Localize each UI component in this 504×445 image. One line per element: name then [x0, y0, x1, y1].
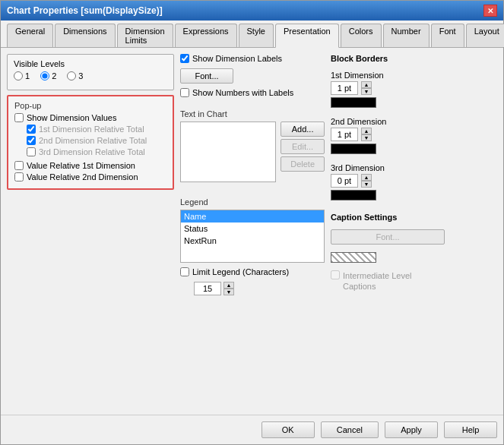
delete-button[interactable]: Delete	[281, 156, 325, 172]
dim1-down[interactable]: ▼	[361, 88, 372, 95]
dim3-spinner: ▲ ▼	[361, 174, 372, 188]
dim1-group: 1st Dimension ▲ ▼	[331, 71, 445, 108]
legend-list[interactable]: Name Status NextRun	[180, 210, 325, 263]
dim1-value-input[interactable]	[331, 81, 358, 95]
text-edit-buttons: Add... Edit... Delete	[281, 122, 325, 185]
tab-colors[interactable]: Colors	[341, 24, 382, 47]
content-area: Visible Levels 1 2 3 Pop-u	[1, 48, 503, 415]
tab-bar: General Dimensions Dimension Limits Expr…	[1, 21, 503, 48]
dim1-color-swatch[interactable]	[331, 97, 376, 108]
dim1-spinner: ▲ ▼	[361, 81, 372, 95]
dim1-label: 1st Dimension	[331, 71, 445, 80]
text-in-chart-box	[180, 122, 276, 182]
dim1-up[interactable]: ▲	[361, 81, 372, 88]
dim3-up[interactable]: ▲	[361, 174, 372, 181]
dim2-spinner: ▲ ▼	[361, 128, 372, 141]
text-in-chart-label: Text in Chart	[180, 109, 325, 118]
show-dim-labels-checkbox[interactable]: Show Dimension Labels	[180, 54, 282, 63]
value-rel1-checkbox[interactable]: Value Relative 1st Dimension	[14, 161, 166, 170]
left-panel: Visible Levels 1 2 3 Pop-u	[7, 54, 174, 409]
dim2-label: 2nd Dimension	[331, 117, 445, 126]
help-button[interactable]: Help	[444, 421, 497, 438]
dim3-spinner-row: ▲ ▼	[331, 174, 445, 188]
dim3-color-swatch[interactable]	[331, 190, 376, 200]
visible-levels-title: Visible Levels	[14, 59, 167, 68]
window-title: Chart Properties [sum(DisplaySize)]	[7, 5, 163, 16]
main-area: Visible Levels 1 2 3 Pop-u	[7, 54, 497, 409]
bottom-bar: OK Cancel Apply Help	[1, 415, 503, 444]
dim1-relative-checkbox[interactable]: 1st Dimension Relative Total	[27, 125, 166, 134]
caption-color-swatch[interactable]	[331, 252, 376, 263]
legend-label: Legend	[180, 197, 325, 207]
show-numbers-checkbox[interactable]: Show Numbers with Labels	[180, 88, 325, 97]
radio-group: 1 2 3	[14, 71, 167, 80]
tab-style[interactable]: Style	[239, 24, 274, 47]
dim3-label: 3rd Dimension	[331, 163, 445, 172]
cancel-button[interactable]: Cancel	[321, 421, 379, 438]
legend-section: Legend Name Status NextRun Limit Legend …	[180, 197, 325, 409]
dim3-down[interactable]: ▼	[361, 181, 372, 188]
value-rel2-checkbox[interactable]: Value Relative 2nd Dimension	[14, 172, 166, 181]
right-panel: Block Borders 1st Dimension ▲ ▼ 2nd Dime…	[331, 54, 445, 409]
ok-button[interactable]: OK	[262, 421, 315, 438]
dim2-value-input[interactable]	[331, 128, 358, 141]
dim2-relative-checkbox[interactable]: 2nd Dimension Relative Total	[27, 136, 166, 145]
text-area-row: Add... Edit... Delete	[180, 122, 325, 185]
show-dim-values-checkbox[interactable]: Show Dimension Values	[14, 113, 166, 122]
tab-layout[interactable]: Layout	[466, 24, 504, 47]
add-button[interactable]: Add...	[281, 122, 325, 137]
caption-settings-title: Caption Settings	[331, 213, 445, 222]
limit-legend-spinner: ▲ ▼	[223, 282, 234, 295]
block-borders-title: Block Borders	[331, 54, 445, 63]
font-button[interactable]: Font...	[180, 68, 233, 84]
tab-number[interactable]: Number	[383, 24, 430, 47]
tab-general[interactable]: General	[7, 24, 53, 47]
radio-2[interactable]: 2	[40, 71, 56, 80]
middle-panel: Show Dimension Labels Font... Show Numbe…	[180, 54, 325, 409]
dim2-color-swatch[interactable]	[331, 144, 376, 154]
title-bar: Chart Properties [sum(DisplaySize)] ✕	[1, 1, 503, 21]
radio-1[interactable]: 1	[14, 71, 30, 80]
dim2-group: 2nd Dimension ▲ ▼	[331, 117, 445, 154]
text-in-chart-section: Text in Chart Add... Edit... Delete	[180, 109, 325, 191]
spinner-up[interactable]: ▲	[223, 282, 234, 289]
limit-legend-checkbox[interactable]: Limit Legend (Characters)	[180, 267, 289, 276]
dim2-down[interactable]: ▼	[361, 134, 372, 141]
visible-levels-group: Visible Levels 1 2 3	[7, 54, 174, 90]
limit-legend-row: Limit Legend (Characters)	[180, 267, 325, 279]
intermediate-checkbox[interactable]	[331, 270, 340, 279]
tab-presentation[interactable]: Presentation	[275, 24, 339, 48]
popup-title: Pop-up	[14, 101, 166, 110]
tab-dimension-limits[interactable]: Dimension Limits	[117, 24, 173, 47]
show-dim-labels-row: Show Dimension Labels Font... Show Numbe…	[180, 54, 325, 103]
close-button[interactable]: ✕	[483, 5, 497, 17]
caption-font-button[interactable]: Font...	[331, 229, 445, 245]
intermediate-label: Intermediate Level Captions	[343, 270, 445, 292]
dim1-spinner-row: ▲ ▼	[331, 81, 445, 95]
edit-button[interactable]: Edit...	[281, 139, 325, 154]
tab-font[interactable]: Font	[431, 24, 464, 47]
main-window: Chart Properties [sum(DisplaySize)] ✕ Ge…	[0, 0, 504, 445]
radio-3[interactable]: 3	[67, 71, 83, 80]
legend-item-name[interactable]: Name	[181, 210, 324, 222]
legend-item-status[interactable]: Status	[181, 222, 324, 235]
popup-group: Pop-up Show Dimension Values 1st Dimensi…	[7, 95, 174, 190]
legend-item-nextrun[interactable]: NextRun	[181, 235, 324, 247]
dim3-value-input[interactable]	[331, 174, 358, 188]
tab-dimensions[interactable]: Dimensions	[55, 24, 115, 47]
intermediate-row: Intermediate Level Captions	[331, 270, 445, 292]
dim3-relative-checkbox[interactable]: 3rd Dimension Relative Total	[27, 147, 166, 156]
dim2-spinner-row: ▲ ▼	[331, 128, 445, 141]
tab-expressions[interactable]: Expressions	[175, 24, 237, 47]
dim3-group: 3rd Dimension ▲ ▼	[331, 163, 445, 200]
apply-button[interactable]: Apply	[385, 421, 438, 438]
dim2-up[interactable]: ▲	[361, 128, 372, 134]
limit-legend-input[interactable]	[194, 282, 221, 295]
spinner-down[interactable]: ▼	[223, 289, 234, 295]
